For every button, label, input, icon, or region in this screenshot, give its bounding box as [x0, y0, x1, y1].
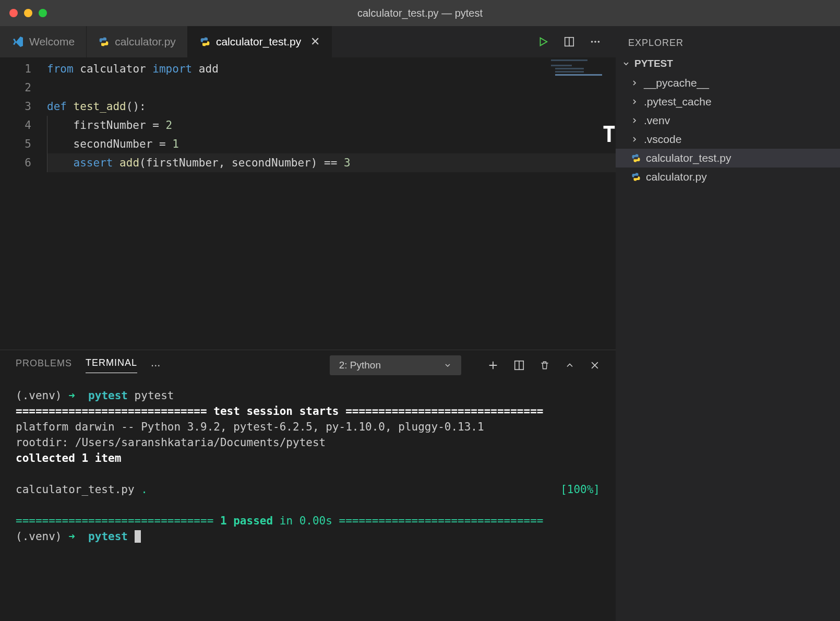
tab-calculator-test[interactable]: calculator_test.py ✕ [188, 26, 332, 57]
tree-item-label: .venv [644, 114, 670, 127]
terminal-text: 1 passed [220, 515, 273, 527]
terminal-text: calculator_test.py [16, 483, 141, 496]
explorer-root-label: PYTEST [634, 58, 673, 69]
close-panel-button[interactable] [590, 360, 600, 371]
explorer-sidebar: EXPLORER PYTEST __pycache__ .pytest_cach… [616, 26, 840, 621]
code-token: firstNumber = [74, 119, 166, 132]
terminal-text: pytest [88, 530, 128, 543]
code-editor[interactable]: 1 2 3 4 5 6 from calculator import add d… [0, 57, 616, 350]
tab-label: Welcome [29, 35, 75, 48]
tab-calculator[interactable]: calculator.py [87, 26, 188, 57]
code-token: calculator [80, 63, 146, 75]
chevron-right-icon [630, 98, 640, 106]
line-number: 1 [0, 59, 31, 78]
tree-folder[interactable]: __pycache__ [616, 74, 840, 92]
bottom-panel: PROBLEMS TERMINAL ··· 2: Python (.venv) … [0, 350, 616, 621]
terminal-output[interactable]: (.venv) ➜ pytest pytest ================… [0, 380, 616, 621]
code-token: def [47, 100, 67, 113]
python-icon [630, 152, 642, 164]
line-number-gutter: 1 2 3 4 5 6 [0, 57, 47, 350]
terminal-selector[interactable]: 2: Python [330, 355, 461, 375]
line-number: 2 [0, 78, 31, 97]
run-button[interactable] [537, 36, 549, 47]
close-icon[interactable]: ✕ [310, 35, 320, 49]
terminal-text: pytest [128, 389, 174, 402]
overflow-char: T [603, 125, 616, 144]
code-token: 3 [344, 157, 351, 169]
code-token: from [47, 63, 74, 75]
tree-item-label: __pycache__ [644, 77, 709, 89]
python-icon [98, 36, 110, 47]
tree-item-label: calculator.py [646, 171, 707, 183]
editor-tabbar: Welcome calculator.py calculator_test.py… [0, 26, 616, 57]
line-number: 4 [0, 116, 31, 135]
terminal-selector-label: 2: Python [339, 360, 381, 371]
chevron-down-icon [622, 59, 631, 68]
new-terminal-button[interactable] [487, 360, 499, 371]
terminal-text: [100%] [560, 482, 600, 497]
terminal-cursor [135, 530, 141, 543]
line-number: 5 [0, 135, 31, 153]
python-icon [199, 36, 211, 47]
window-title: calculator_test.py — pytest [357, 7, 483, 19]
chevron-right-icon [630, 79, 640, 87]
trash-icon[interactable] [539, 360, 550, 371]
tab-welcome[interactable]: Welcome [0, 26, 87, 57]
terminal-text: ============================== [16, 515, 220, 527]
python-icon [630, 171, 642, 183]
tree-item-label: .pytest_cache [644, 95, 712, 108]
explorer-root[interactable]: PYTEST [616, 55, 840, 73]
code-token: import [152, 63, 192, 75]
code-token: test_add [74, 100, 126, 113]
traffic-lights [0, 9, 47, 17]
maximize-window-button[interactable] [39, 9, 47, 17]
panel-header: PROBLEMS TERMINAL ··· 2: Python [0, 350, 616, 380]
code-token: add [199, 63, 219, 75]
titlebar: calculator_test.py — pytest [0, 0, 840, 26]
split-terminal-button[interactable] [513, 360, 525, 371]
terminal-text: (.venv) [16, 530, 68, 543]
line-number: 3 [0, 97, 31, 116]
minimap[interactable] [548, 57, 616, 110]
tree-file[interactable]: calculator.py [616, 168, 840, 186]
svg-point-3 [594, 41, 596, 43]
minimize-window-button[interactable] [24, 9, 32, 17]
terminal-text: (.venv) [16, 389, 68, 402]
split-editor-button[interactable] [563, 36, 575, 47]
code-token: (firstNumber, secondNumber) == [139, 157, 344, 169]
editor-actions [537, 26, 616, 57]
tree-item-label: .vscode [644, 133, 681, 146]
explorer-title: EXPLORER [616, 26, 840, 55]
tree-folder[interactable]: .venv [616, 111, 840, 130]
svg-point-2 [591, 41, 593, 43]
terminal-text: pytest [88, 389, 128, 402]
more-actions-button[interactable] [590, 36, 601, 47]
file-tree: __pycache__ .pytest_cache .venv .vscode … [616, 73, 840, 186]
line-number: 6 [0, 153, 31, 172]
tab-label: calculator.py [115, 35, 176, 48]
chevron-down-icon [443, 361, 452, 369]
terminal-text: ============================= test sessi… [16, 405, 543, 417]
tree-folder[interactable]: .vscode [616, 130, 840, 149]
panel-tab-terminal[interactable]: TERMINAL [86, 357, 137, 373]
terminal-text: rootdir: /Users/saranshkataria/Documents… [16, 436, 326, 449]
terminal-text: collected 1 item [16, 452, 121, 464]
svg-point-4 [598, 41, 600, 43]
terminal-text: platform darwin -- Python 3.9.2, pytest-… [16, 421, 484, 433]
tree-folder[interactable]: .pytest_cache [616, 92, 840, 111]
code-token: secondNumber = [74, 138, 173, 150]
tree-file[interactable]: calculator_test.py [616, 149, 840, 168]
chevron-right-icon [630, 116, 640, 125]
terminal-text: in 0.00s [273, 515, 332, 527]
panel-tab-problems[interactable]: PROBLEMS [16, 358, 72, 373]
code-token: assert [74, 157, 113, 169]
panel-more-icon[interactable]: ··· [151, 359, 160, 372]
code-content[interactable]: from calculator import add def test_add(… [47, 57, 616, 350]
chevron-up-icon[interactable] [565, 360, 575, 371]
code-token: 2 [166, 119, 173, 132]
tree-item-label: calculator_test.py [646, 152, 731, 164]
vscode-icon [11, 35, 24, 48]
close-window-button[interactable] [9, 9, 18, 17]
code-token: 1 [172, 138, 179, 150]
terminal-text: =============================== [332, 515, 544, 527]
